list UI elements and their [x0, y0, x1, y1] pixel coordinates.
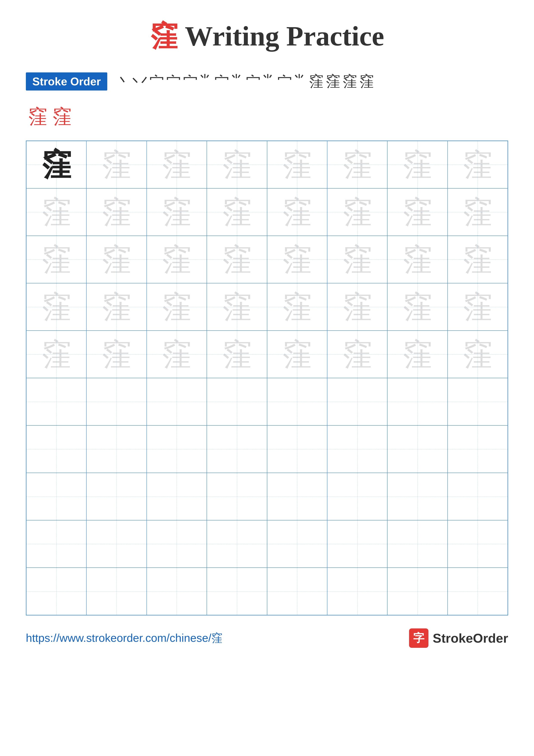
- char-faded: 窪: [342, 149, 372, 180]
- grid-cell-r7c6: [327, 425, 387, 473]
- grid-cell-r8c4: [207, 473, 267, 520]
- char-faded: 窪: [222, 292, 252, 322]
- char-faded: 窪: [402, 197, 433, 227]
- char-dark: 窪: [41, 149, 71, 180]
- stroke-order-badge: Stroke Order: [26, 72, 107, 91]
- char-faded: 窪: [282, 339, 312, 369]
- grid-cell-r8c1: [26, 473, 87, 520]
- grid-cell-r1c5: 窪: [267, 141, 327, 188]
- grid-cell-r4c2: 窪: [87, 283, 146, 331]
- footer-logo: 字: [409, 629, 428, 648]
- char-faded: 窪: [463, 197, 493, 227]
- grid-cell-r1c1: 窪: [26, 141, 87, 188]
- grid-cell-r4c5: 窪: [267, 283, 327, 331]
- grid-cell-r10c6: [327, 568, 387, 615]
- stroke-8: 宀⺌: [277, 73, 307, 90]
- stroke-5: 宀⺌: [183, 73, 213, 90]
- char-faded: 窪: [101, 339, 132, 369]
- char-faded: 窪: [463, 339, 493, 369]
- page: 窪 Writing Practice Stroke Order 丶 丷 宀 宀 …: [0, 0, 534, 756]
- grid-cell-r8c8: [447, 473, 508, 520]
- char-faded: 窪: [282, 149, 312, 180]
- grid-cell-r5c8: 窪: [447, 331, 508, 378]
- grid-cell-r5c3: 窪: [147, 331, 207, 378]
- grid-cell-r10c3: [147, 568, 207, 615]
- char-faded: 窪: [41, 244, 71, 275]
- grid-cell-r3c4: 窪: [207, 236, 267, 283]
- char-faded: 窪: [342, 197, 372, 227]
- grid-cell-r6c7: [387, 378, 447, 425]
- char-faded: 窪: [463, 292, 493, 322]
- grid-cell-r9c1: [26, 520, 87, 568]
- grid-cell-r10c7: [387, 568, 447, 615]
- grid-cell-r3c7: 窪: [387, 236, 447, 283]
- grid-cell-r6c2: [87, 378, 146, 425]
- grid-cell-r1c7: 窪: [387, 141, 447, 188]
- grid-cell-r4c3: 窪: [147, 283, 207, 331]
- grid-cell-r7c8: [447, 425, 508, 473]
- char-faded: 窪: [162, 149, 192, 180]
- char-faded: 窪: [101, 292, 132, 322]
- grid-cell-r9c2: [87, 520, 146, 568]
- stroke-3: 宀: [149, 73, 164, 90]
- char-faded: 窪: [162, 244, 192, 275]
- stroke-12: 窪: [359, 73, 374, 90]
- grid-cell-r1c2: 窪: [87, 141, 146, 188]
- grid-cell-r9c8: [447, 520, 508, 568]
- grid-cell-r1c3: 窪: [147, 141, 207, 188]
- char-faded: 窪: [222, 149, 252, 180]
- grid-cell-r7c2: [87, 425, 146, 473]
- grid-cell-r4c4: 窪: [207, 283, 267, 331]
- grid-cell-r10c2: [87, 568, 146, 615]
- grid-cell-r5c2: 窪: [87, 331, 146, 378]
- grid-cell-r4c6: 窪: [327, 283, 387, 331]
- char-faded: 窪: [162, 292, 192, 322]
- footer-brand: 字 StrokeOrder: [409, 629, 508, 648]
- stroke-10: 窪: [326, 73, 340, 90]
- stroke-6: 宀⺌: [215, 73, 244, 90]
- stroke-4: 宀: [166, 73, 181, 90]
- char-faded: 窪: [222, 339, 252, 369]
- char-faded: 窪: [162, 197, 192, 227]
- grid-cell-r6c8: [447, 378, 508, 425]
- stroke-11: 窪: [343, 73, 357, 90]
- char-faded: 窪: [282, 292, 312, 322]
- grid-cell-r2c2: 窪: [87, 188, 146, 236]
- char-faded: 窪: [342, 292, 372, 322]
- grid-cell-r1c6: 窪: [327, 141, 387, 188]
- char-faded: 窪: [101, 197, 132, 227]
- grid-cell-r6c3: [147, 378, 207, 425]
- grid-cell-r4c7: 窪: [387, 283, 447, 331]
- grid-cell-r2c4: 窪: [207, 188, 267, 236]
- grid-cell-r8c3: [147, 473, 207, 520]
- grid-cell-r2c8: 窪: [447, 188, 508, 236]
- practice-grid: 窪 窪 窪 窪 窪 窪 窪 窪 窪 窪 窪 窪 窪 窪 窪 窪 窪 窪 窪 窪 …: [26, 141, 508, 615]
- char-faded: 窪: [463, 149, 493, 180]
- char-faded: 窪: [463, 244, 493, 275]
- char-faded: 窪: [402, 339, 433, 369]
- grid-cell-r6c6: [327, 378, 387, 425]
- grid-cell-r9c5: [267, 520, 327, 568]
- grid-cell-r10c5: [267, 568, 327, 615]
- grid-cell-r7c3: [147, 425, 207, 473]
- grid-cell-r2c1: 窪: [26, 188, 87, 236]
- char-faded: 窪: [101, 149, 132, 180]
- stroke-order-section: Stroke Order 丶 丷 宀 宀 宀⺌ 宀⺌ 宀⺌ 宀⺌ 窪 窪 窪 窪: [26, 72, 508, 91]
- char-faded: 窪: [101, 244, 132, 275]
- grid-cell-r2c6: 窪: [327, 188, 387, 236]
- stroke-2: 丷: [133, 73, 147, 90]
- grid-cell-r7c5: [267, 425, 327, 473]
- char-faded: 窪: [402, 244, 433, 275]
- grid-cell-r10c8: [447, 568, 508, 615]
- title-chinese: 窪: [150, 20, 178, 51]
- footer: https://www.strokeorder.com/chinese/窪 字 …: [26, 629, 508, 648]
- char-faded: 窪: [162, 339, 192, 369]
- grid-cell-r3c1: 窪: [26, 236, 87, 283]
- grid-cell-r5c5: 窪: [267, 331, 327, 378]
- grid-cell-r3c8: 窪: [447, 236, 508, 283]
- grid-cell-r7c1: [26, 425, 87, 473]
- char-faded: 窪: [402, 292, 433, 322]
- stroke-extra-chars: 窪 窪: [26, 103, 508, 130]
- grid-cell-r8c2: [87, 473, 146, 520]
- char-faded: 窪: [282, 197, 312, 227]
